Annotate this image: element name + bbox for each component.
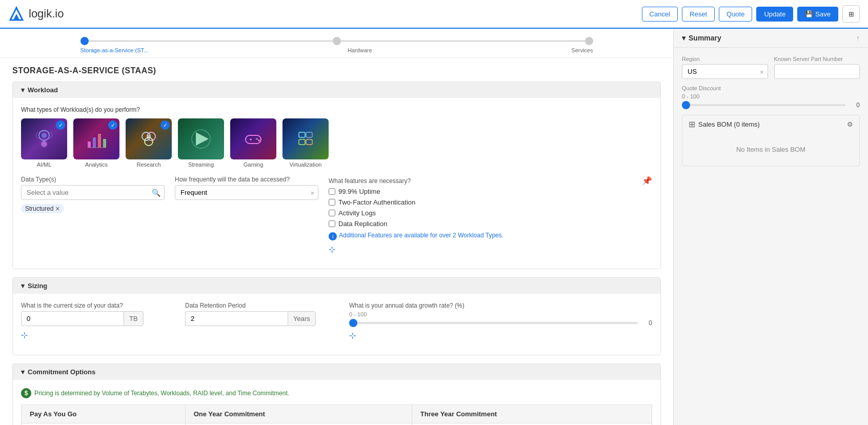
data-size-input[interactable] <box>21 311 124 326</box>
summary-body: Region × Known Server Part Number Quote … <box>674 48 868 174</box>
step-label-3: Services <box>571 47 593 53</box>
workload-name-research: Research <box>136 161 160 168</box>
col-paygo: Pay As You Go <box>22 405 186 423</box>
summary-arrow-icon[interactable]: ↑ <box>856 34 860 42</box>
summary-region-row: Region × Known Server Part Number <box>682 56 860 79</box>
feature-2fa[interactable]: Two-Factor Authentication <box>329 198 652 206</box>
sizing-drag-icon[interactable]: ⊹ <box>21 331 28 339</box>
discount-label: Quote Discount <box>682 85 860 91</box>
workload-item-streaming[interactable]: Streaming <box>178 118 224 168</box>
discount-range: 0 - 100 <box>682 93 860 99</box>
frequency-input[interactable] <box>175 185 318 200</box>
info-icon: i <box>329 232 337 240</box>
growth-drag-icon[interactable]: ⊹ <box>349 331 356 340</box>
data-types-search-icon: 🔍 <box>152 189 160 197</box>
svg-rect-8 <box>93 137 96 148</box>
quote-button[interactable]: Quote <box>719 7 752 22</box>
data-types-input-wrap: 🔍 <box>21 185 165 200</box>
sales-bom-title: ⊞ Sales BOM (0 items) <box>689 119 760 129</box>
save-icon: 💾 <box>805 10 813 18</box>
1yr-select-cell: Select ⊹ <box>185 423 412 426</box>
workload-img-aiml: ✓ <box>21 118 67 159</box>
sales-bom: ⊞ Sales BOM (0 items) ⚙ No Items in Sale… <box>682 115 860 166</box>
commitment-section-header[interactable]: ▾ Commitment Options <box>13 364 660 380</box>
sizing-chevron-icon: ▾ <box>21 282 25 290</box>
commitment-chevron-icon: ▾ <box>21 368 25 376</box>
discount-value: 0 <box>850 102 860 109</box>
svg-marker-1 <box>13 14 19 20</box>
summary-sidebar: ▾ Summary ↑ Region × Known Server Part N… <box>673 29 868 425</box>
step-dot-1 <box>80 37 89 45</box>
commitment-section-body: $ Pricing is determined by Volume of Ter… <box>13 380 660 425</box>
discount-slider-row: 0 <box>682 102 860 109</box>
feature-data-replication[interactable]: Data Replication <box>329 220 652 228</box>
workload-item-research[interactable]: ✓ Research <box>126 118 172 168</box>
frequency-clear-icon[interactable]: × <box>310 189 314 196</box>
grid-icon-button[interactable]: ⊞ <box>842 5 860 23</box>
dollar-icon: $ <box>21 388 31 398</box>
feature-2fa-checkbox[interactable] <box>329 199 335 206</box>
feature-activity-logs[interactable]: Activity Logs <box>329 209 652 217</box>
svg-rect-10 <box>103 139 106 148</box>
feature-uptime-checkbox[interactable] <box>329 188 335 195</box>
commitment-section: ▾ Commitment Options $ Pricing is determ… <box>12 363 661 425</box>
summary-region-label: Region <box>682 56 768 62</box>
col-1yr: One Year Commitment <box>185 405 412 423</box>
step-info: Storage-as-a-Service (ST... Hardware Ser… <box>80 47 593 53</box>
region-input[interactable] <box>682 64 768 79</box>
retention-group: Data Retention Period Years <box>185 302 339 326</box>
data-size-input-wrap: TB <box>21 311 175 326</box>
workload-name-gaming: Gaming <box>244 161 264 168</box>
growth-value: 0 <box>642 319 652 327</box>
growth-slider[interactable] <box>349 322 638 324</box>
update-button[interactable]: Update <box>756 7 793 22</box>
workload-item-gaming[interactable]: Gaming <box>230 118 276 168</box>
feature-uptime[interactable]: 99.9% Uptime <box>329 188 652 195</box>
save-button[interactable]: 💾 Save <box>797 7 838 22</box>
retention-input[interactable] <box>185 311 288 326</box>
drag-icon[interactable]: ⊹ <box>329 245 335 254</box>
growth-range: 0 - 100 <box>349 311 652 317</box>
logo-icon <box>8 6 25 22</box>
workload-item-virtualization[interactable]: Virtualization <box>282 118 329 168</box>
data-size-label: What is the current size of your data? <box>21 302 175 309</box>
known-part-input[interactable] <box>774 64 860 79</box>
summary-collapse-icon[interactable]: ▾ <box>682 34 685 42</box>
analytics-check: ✓ <box>108 120 117 130</box>
data-types-input[interactable] <box>21 185 165 200</box>
research-check: ✓ <box>160 120 170 130</box>
retention-label: Data Retention Period <box>185 302 339 309</box>
paygo-select-cell: Select <box>22 423 186 426</box>
features-group: What features are necessary? 📌 99.9% Upt… <box>329 176 652 254</box>
step-connector-2 <box>341 41 585 42</box>
discount-slider[interactable] <box>682 104 845 106</box>
workload-img-gaming <box>230 118 276 159</box>
workload-item-aiml[interactable]: ✓ AI/ML <box>21 118 67 168</box>
cancel-button[interactable]: Cancel <box>642 7 678 22</box>
svg-point-14 <box>145 137 153 146</box>
structured-tag: Structured × <box>21 204 64 213</box>
feature-activity-logs-checkbox[interactable] <box>329 210 335 216</box>
workload-chevron-icon: ▾ <box>21 86 25 94</box>
step-label-2: Hardware <box>348 47 372 53</box>
workload-name-analytics: Analytics <box>85 161 108 168</box>
workload-section-header[interactable]: ▾ Workload <box>13 82 660 98</box>
3yr-select-cell: Select <box>412 423 652 426</box>
workload-img-virtualization <box>282 118 329 159</box>
growth-slider-row: 0 <box>349 319 652 327</box>
svg-rect-23 <box>306 132 312 137</box>
bom-gear-icon[interactable]: ⚙ <box>847 120 853 128</box>
svg-rect-7 <box>88 141 91 148</box>
pin-icon[interactable]: 📌 <box>642 176 652 186</box>
workload-item-analytics[interactable]: ✓ Analytics <box>73 118 119 168</box>
sizing-section-header[interactable]: ▾ Sizing <box>13 278 660 294</box>
step-dot-2 <box>333 37 341 45</box>
logo: logik.io <box>8 6 64 22</box>
feature-data-replication-checkbox[interactable] <box>329 220 335 227</box>
structured-tag-remove[interactable]: × <box>55 205 59 212</box>
features-info-link[interactable]: i Additional Features are available for … <box>329 232 652 240</box>
region-clear-icon[interactable]: × <box>760 68 764 75</box>
reset-button[interactable]: Reset <box>682 7 715 22</box>
data-types-label: Data Type(s) <box>21 176 165 183</box>
summary-known-part-group: Known Server Part Number <box>774 56 860 79</box>
